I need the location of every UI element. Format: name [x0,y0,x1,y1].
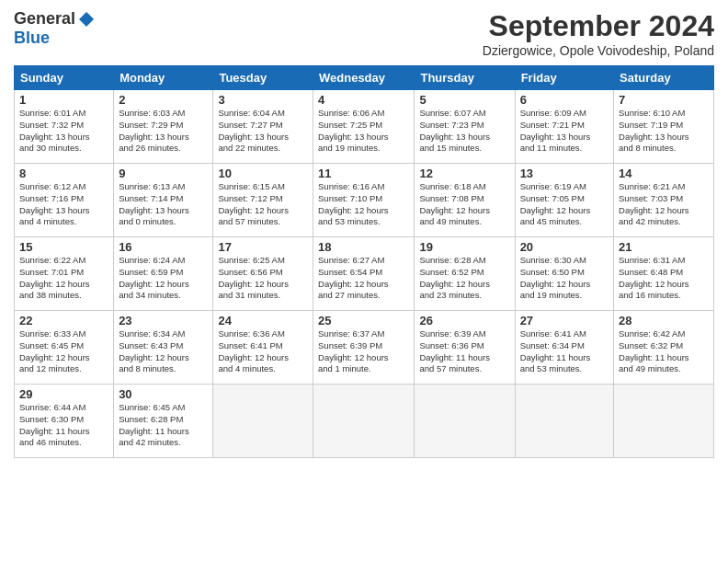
logo-general-text: General [14,9,75,29]
day-info: Sunrise: 6:13 AM Sunset: 7:14 PM Dayligh… [119,181,208,228]
day-number: 14 [619,167,709,180]
day-number: 9 [119,167,208,180]
day-number: 12 [419,167,509,180]
calendar-week-row: 22Sunrise: 6:33 AM Sunset: 6:45 PM Dayli… [15,311,714,385]
day-number: 1 [19,93,108,107]
day-info: Sunrise: 6:28 AM Sunset: 6:52 PM Dayligh… [419,255,509,302]
table-row: 18Sunrise: 6:27 AM Sunset: 6:54 PM Dayli… [313,237,415,311]
day-info: Sunrise: 6:44 AM Sunset: 6:30 PM Dayligh… [19,402,108,449]
day-number: 5 [419,93,509,107]
col-thursday: Thursday [415,66,515,90]
day-info: Sunrise: 6:42 AM Sunset: 6:32 PM Dayligh… [619,328,709,375]
day-info: Sunrise: 6:31 AM Sunset: 6:48 PM Dayligh… [619,255,709,302]
table-row: 30Sunrise: 6:45 AM Sunset: 6:28 PM Dayli… [114,385,213,458]
table-row: 6Sunrise: 6:09 AM Sunset: 7:21 PM Daylig… [515,90,613,164]
day-info: Sunrise: 6:21 AM Sunset: 7:03 PM Dayligh… [619,181,709,228]
day-number: 26 [419,314,509,327]
calendar-week-row: 29Sunrise: 6:44 AM Sunset: 6:30 PM Dayli… [15,385,714,458]
table-row: 21Sunrise: 6:31 AM Sunset: 6:48 PM Dayli… [614,237,714,311]
table-row: 5Sunrise: 6:07 AM Sunset: 7:23 PM Daylig… [415,90,515,164]
day-info: Sunrise: 6:07 AM Sunset: 7:23 PM Dayligh… [419,108,509,155]
logo-icon [77,10,96,29]
table-row: 7Sunrise: 6:10 AM Sunset: 7:19 PM Daylig… [614,90,714,164]
page-container: General Blue September 2024 Dziergowice,… [0,0,728,467]
day-info: Sunrise: 6:12 AM Sunset: 7:16 PM Dayligh… [19,181,108,228]
day-info: Sunrise: 6:41 AM Sunset: 6:34 PM Dayligh… [520,328,609,375]
day-number: 3 [218,93,308,107]
day-number: 18 [318,240,409,254]
col-sunday: Sunday [15,66,114,90]
table-row: 16Sunrise: 6:24 AM Sunset: 6:59 PM Dayli… [114,237,213,311]
table-row: 26Sunrise: 6:39 AM Sunset: 6:36 PM Dayli… [415,311,515,385]
day-number: 25 [318,314,409,327]
location-text: Dziergowice, Opole Voivodeship, Poland [483,43,714,58]
day-info: Sunrise: 6:24 AM Sunset: 6:59 PM Dayligh… [119,255,208,302]
day-number: 21 [619,240,709,254]
day-info: Sunrise: 6:19 AM Sunset: 7:05 PM Dayligh… [520,181,609,228]
day-info: Sunrise: 6:09 AM Sunset: 7:21 PM Dayligh… [520,108,609,155]
col-friday: Friday [515,66,613,90]
day-number: 4 [318,93,409,107]
table-row: 25Sunrise: 6:37 AM Sunset: 6:39 PM Dayli… [313,311,415,385]
table-row: 17Sunrise: 6:25 AM Sunset: 6:56 PM Dayli… [213,237,313,311]
day-number: 11 [318,167,409,180]
day-number: 17 [218,240,308,254]
day-info: Sunrise: 6:01 AM Sunset: 7:32 PM Dayligh… [19,108,108,155]
table-row [614,385,714,458]
day-info: Sunrise: 6:16 AM Sunset: 7:10 PM Dayligh… [318,181,409,228]
table-row [415,385,515,458]
col-wednesday: Wednesday [313,66,415,90]
table-row: 13Sunrise: 6:19 AM Sunset: 7:05 PM Dayli… [515,164,613,237]
table-row: 22Sunrise: 6:33 AM Sunset: 6:45 PM Dayli… [15,311,114,385]
day-number: 29 [19,387,108,401]
calendar-week-row: 8Sunrise: 6:12 AM Sunset: 7:16 PM Daylig… [15,164,714,237]
table-row: 2Sunrise: 6:03 AM Sunset: 7:29 PM Daylig… [114,90,213,164]
table-row: 8Sunrise: 6:12 AM Sunset: 7:16 PM Daylig… [15,164,114,237]
table-row: 4Sunrise: 6:06 AM Sunset: 7:25 PM Daylig… [313,90,415,164]
table-row: 15Sunrise: 6:22 AM Sunset: 7:01 PM Dayli… [15,237,114,311]
day-info: Sunrise: 6:03 AM Sunset: 7:29 PM Dayligh… [119,108,208,155]
day-info: Sunrise: 6:22 AM Sunset: 7:01 PM Dayligh… [19,255,108,302]
table-row [313,385,415,458]
calendar-body: 1Sunrise: 6:01 AM Sunset: 7:32 PM Daylig… [15,90,714,458]
table-row: 3Sunrise: 6:04 AM Sunset: 7:27 PM Daylig… [213,90,313,164]
table-row: 23Sunrise: 6:34 AM Sunset: 6:43 PM Dayli… [114,311,213,385]
logo-blue-text: Blue [14,29,50,48]
day-number: 23 [119,314,208,327]
month-year-title: September 2024 [483,9,714,43]
col-monday: Monday [114,66,213,90]
table-row: 10Sunrise: 6:15 AM Sunset: 7:12 PM Dayli… [213,164,313,237]
table-row [213,385,313,458]
table-row: 29Sunrise: 6:44 AM Sunset: 6:30 PM Dayli… [15,385,114,458]
table-row: 11Sunrise: 6:16 AM Sunset: 7:10 PM Dayli… [313,164,415,237]
table-row: 28Sunrise: 6:42 AM Sunset: 6:32 PM Dayli… [614,311,714,385]
day-number: 27 [520,314,609,327]
svg-marker-1 [86,12,94,19]
day-info: Sunrise: 6:45 AM Sunset: 6:28 PM Dayligh… [119,402,208,449]
day-info: Sunrise: 6:37 AM Sunset: 6:39 PM Dayligh… [318,328,409,375]
day-number: 22 [19,314,108,327]
table-row: 14Sunrise: 6:21 AM Sunset: 7:03 PM Dayli… [614,164,714,237]
table-row: 20Sunrise: 6:30 AM Sunset: 6:50 PM Dayli… [515,237,613,311]
day-info: Sunrise: 6:04 AM Sunset: 7:27 PM Dayligh… [218,108,308,155]
day-info: Sunrise: 6:36 AM Sunset: 6:41 PM Dayligh… [218,328,308,375]
title-block: September 2024 Dziergowice, Opole Voivod… [483,9,714,58]
calendar-header-row: Sunday Monday Tuesday Wednesday Thursday… [15,66,714,90]
day-number: 13 [520,167,609,180]
day-number: 10 [218,167,308,180]
day-info: Sunrise: 6:34 AM Sunset: 6:43 PM Dayligh… [119,328,208,375]
day-number: 30 [119,387,208,401]
table-row: 19Sunrise: 6:28 AM Sunset: 6:52 PM Dayli… [415,237,515,311]
col-saturday: Saturday [614,66,714,90]
calendar-week-row: 15Sunrise: 6:22 AM Sunset: 7:01 PM Dayli… [15,237,714,311]
day-number: 19 [419,240,509,254]
day-info: Sunrise: 6:18 AM Sunset: 7:08 PM Dayligh… [419,181,509,228]
day-info: Sunrise: 6:27 AM Sunset: 6:54 PM Dayligh… [318,255,409,302]
day-info: Sunrise: 6:10 AM Sunset: 7:19 PM Dayligh… [619,108,709,155]
col-tuesday: Tuesday [213,66,313,90]
day-info: Sunrise: 6:39 AM Sunset: 6:36 PM Dayligh… [419,328,509,375]
day-info: Sunrise: 6:33 AM Sunset: 6:45 PM Dayligh… [19,328,108,375]
day-info: Sunrise: 6:06 AM Sunset: 7:25 PM Dayligh… [318,108,409,155]
day-number: 7 [619,93,709,107]
table-row: 1Sunrise: 6:01 AM Sunset: 7:32 PM Daylig… [15,90,114,164]
